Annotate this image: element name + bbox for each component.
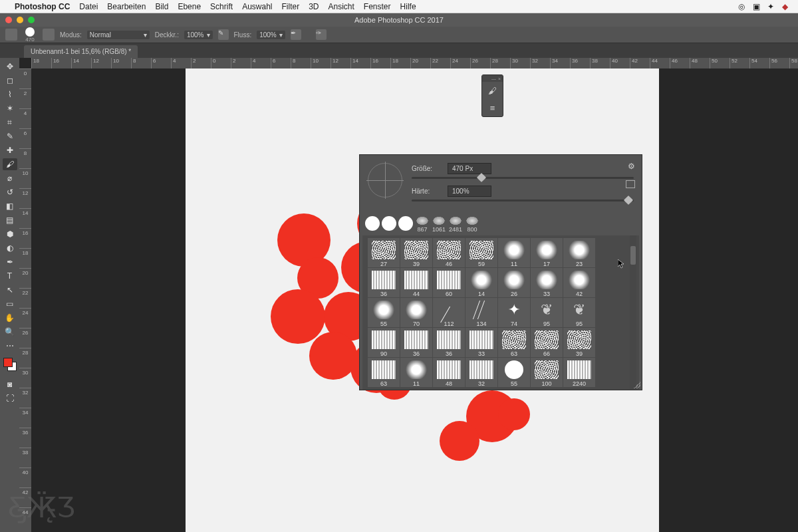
pressure-size-icon[interactable]: ✑ bbox=[316, 29, 327, 40]
type-tool[interactable]: T bbox=[3, 270, 17, 282]
brush-preset[interactable]: 33 bbox=[531, 268, 563, 297]
pen-tool[interactable]: ✒ bbox=[3, 256, 17, 268]
brush-1061[interactable]: 1061 bbox=[432, 216, 446, 233]
quickmask-tool[interactable]: ◙ bbox=[3, 378, 17, 390]
edit-toolbar[interactable]: ⋯ bbox=[3, 340, 17, 352]
window-minimize[interactable] bbox=[17, 17, 23, 23]
blur-tool[interactable]: ⬢ bbox=[3, 228, 17, 240]
document-tab[interactable]: Unbenannt-1 bei 15,6% (RGB/8) * bbox=[24, 45, 138, 58]
tray-icon[interactable]: ▣ bbox=[753, 2, 762, 11]
soft-round-brush-2[interactable] bbox=[382, 216, 396, 231]
history-brush-tool[interactable]: ↺ bbox=[3, 186, 17, 198]
brush-preset[interactable]: 39 bbox=[400, 238, 432, 267]
brush-scrollbar[interactable] bbox=[630, 235, 636, 390]
gradient-tool[interactable]: ▤ bbox=[3, 214, 17, 226]
brush-preset[interactable]: 42 bbox=[563, 268, 595, 297]
hard-round-brush[interactable] bbox=[398, 216, 413, 231]
brush-preset[interactable]: 63 bbox=[368, 358, 400, 387]
brush-preset[interactable]: 36 bbox=[400, 328, 432, 357]
menu-bearbeiten[interactable]: Bearbeiten bbox=[107, 2, 146, 11]
hand-tool[interactable]: ✋ bbox=[3, 312, 17, 324]
cc2-icon[interactable]: ◆ bbox=[782, 2, 791, 11]
menu-filter[interactable]: Filter bbox=[281, 2, 299, 11]
menu-ansicht[interactable]: Ansicht bbox=[329, 2, 354, 11]
brush-tip-preview[interactable] bbox=[368, 163, 402, 198]
sync-icon[interactable]: ◎ bbox=[738, 2, 747, 11]
brush-preset[interactable]: 55 bbox=[498, 358, 530, 387]
brush-preset[interactable]: 44 bbox=[400, 268, 432, 297]
ruler-horizontal[interactable]: 1816141210864202468101214161820222426283… bbox=[31, 58, 798, 68]
brush-preset[interactable]: 17 bbox=[531, 238, 563, 267]
soft-round-brush[interactable] bbox=[365, 216, 380, 231]
menu-3d[interactable]: 3D bbox=[309, 2, 319, 11]
home-icon[interactable] bbox=[5, 29, 17, 41]
brush-preset[interactable]: 63 bbox=[498, 328, 530, 357]
brush-preset[interactable]: 46 bbox=[433, 238, 465, 267]
stamp-tool[interactable]: ⌀ bbox=[3, 172, 17, 184]
fluss-input[interactable]: 100%▾ bbox=[257, 31, 285, 39]
brush-2481[interactable]: 2481 bbox=[448, 216, 463, 233]
menu-schrift[interactable]: Schrift bbox=[210, 2, 233, 11]
collapsed-panel[interactable]: —× 🖌 ≡ bbox=[481, 74, 503, 117]
move-tool[interactable]: ✥ bbox=[3, 61, 17, 72]
deckkr-input[interactable]: 100%▾ bbox=[184, 31, 213, 39]
screenmode-tool[interactable]: ⛶ bbox=[3, 392, 17, 404]
brushsettings-icon[interactable]: 🖌 bbox=[482, 82, 503, 99]
app-name[interactable]: Photoshop CC bbox=[15, 2, 70, 11]
hardness-input[interactable]: 100% bbox=[448, 186, 491, 197]
brush-800[interactable]: 800 bbox=[465, 216, 479, 233]
panel-close-icon[interactable]: × bbox=[498, 76, 501, 81]
brush-867[interactable]: 867 bbox=[415, 216, 430, 233]
menu-ebene[interactable]: Ebene bbox=[178, 2, 201, 11]
brush-preset[interactable]: 90 bbox=[368, 328, 400, 357]
brush-preview-icon[interactable] bbox=[25, 27, 35, 37]
size-slider[interactable] bbox=[412, 177, 634, 179]
brush-preset[interactable]: 33 bbox=[466, 328, 497, 357]
brush-preset[interactable]: 100 bbox=[531, 358, 563, 387]
wand-tool[interactable]: ✶ bbox=[3, 102, 17, 114]
shape-tool[interactable]: ▭ bbox=[3, 298, 17, 310]
menu-auswahl[interactable]: Auswahl bbox=[242, 2, 272, 11]
eyedropper-tool[interactable]: ✎ bbox=[3, 130, 17, 142]
brushes-icon[interactable]: ≡ bbox=[482, 99, 503, 116]
brush-preset[interactable]: 112 bbox=[433, 298, 465, 327]
brush-preset[interactable]: 26 bbox=[498, 268, 530, 297]
window-close[interactable] bbox=[5, 17, 12, 23]
brush-preset[interactable]: 11 bbox=[498, 238, 530, 267]
menu-bild[interactable]: Bild bbox=[155, 2, 168, 11]
brush-preset[interactable]: 32 bbox=[466, 358, 497, 387]
airbrush-icon[interactable]: ✒ bbox=[291, 29, 301, 40]
brush-preset[interactable]: 66 bbox=[531, 328, 563, 357]
brush-tool[interactable]: 🖌 bbox=[3, 158, 17, 170]
menu-fenster[interactable]: Fenster bbox=[364, 2, 391, 11]
brush-preset[interactable]: 2240 bbox=[563, 358, 595, 387]
menu-datei[interactable]: Datei bbox=[79, 2, 98, 11]
brush-preset[interactable]: 27 bbox=[368, 238, 400, 267]
brush-preset[interactable]: 36 bbox=[368, 268, 400, 297]
ruler-vertical[interactable]: 0246810121416182022242628303234363840424… bbox=[19, 68, 31, 532]
dodge-tool[interactable]: ◐ bbox=[3, 242, 17, 254]
brush-preset[interactable]: 14 bbox=[466, 268, 497, 297]
brush-preset[interactable]: 39 bbox=[563, 328, 595, 357]
resize-handle[interactable] bbox=[634, 382, 640, 388]
brush-panel-toggle-icon[interactable] bbox=[43, 29, 55, 41]
cc-icon[interactable]: ✦ bbox=[767, 2, 777, 11]
brush-preset[interactable]: 70 bbox=[400, 298, 432, 327]
gear-icon[interactable]: ⚙ bbox=[628, 162, 635, 171]
size-input[interactable]: 470 Px bbox=[448, 163, 491, 174]
heal-tool[interactable]: ✚ bbox=[3, 144, 17, 156]
brush-preset[interactable]: 60 bbox=[433, 268, 465, 297]
brush-preset[interactable]: ✦74 bbox=[498, 298, 530, 327]
pressure-opacity-icon[interactable]: ✎ bbox=[218, 29, 229, 40]
lasso-tool[interactable]: ⌇ bbox=[3, 88, 17, 100]
path-tool[interactable]: ↖ bbox=[3, 284, 17, 296]
brush-preset[interactable]: 48 bbox=[433, 358, 465, 387]
color-swatch[interactable] bbox=[3, 358, 17, 371]
brush-preset[interactable]: 55 bbox=[368, 298, 400, 327]
brush-preset[interactable]: 23 bbox=[563, 238, 595, 267]
panel-collapse-icon[interactable]: — bbox=[491, 76, 496, 81]
modus-dropdown[interactable]: Normal▾ bbox=[87, 31, 150, 39]
brush-preset[interactable]: 134 bbox=[466, 298, 497, 327]
window-zoom[interactable] bbox=[28, 17, 35, 23]
new-preset-icon[interactable] bbox=[626, 180, 635, 188]
